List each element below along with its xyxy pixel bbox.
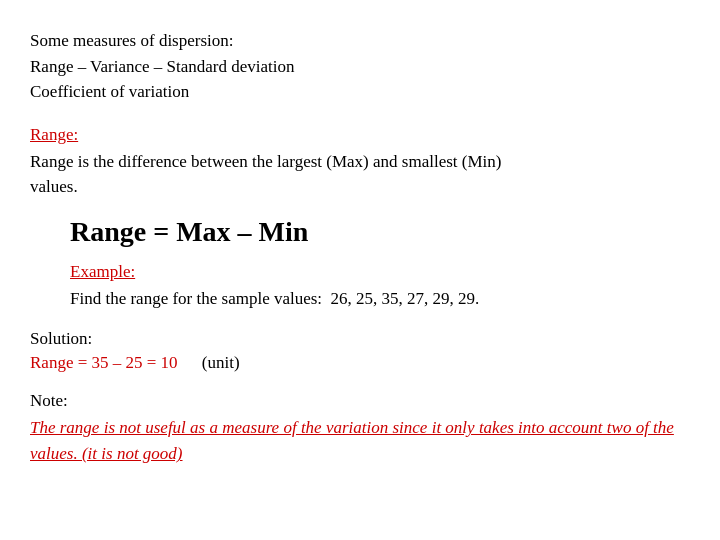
page: Some measures of dispersion: Range – Var… xyxy=(0,0,720,540)
range-desc-line2: values. xyxy=(30,177,78,196)
example-heading: Example: xyxy=(70,262,690,282)
range-section: Range: Range is the difference between t… xyxy=(30,125,690,468)
note-label: Note: xyxy=(30,391,690,411)
range-description: Range is the difference between the larg… xyxy=(30,149,690,200)
note-italic: The range is not useful as a measure of … xyxy=(30,415,690,468)
intro-block: Some measures of dispersion: Range – Var… xyxy=(30,28,690,105)
range-heading: Range: xyxy=(30,125,690,145)
range-formula: Range = Max – Min xyxy=(70,216,690,248)
solution-line: Solution: Range = 35 – 25 = 10 (unit) xyxy=(30,329,690,373)
intro-text: Some measures of dispersion: Range – Var… xyxy=(30,28,690,105)
intro-line2: Range – Variance – Standard deviation xyxy=(30,54,690,80)
solution-label: Solution: xyxy=(30,329,690,349)
intro-line3: Coefficient of variation xyxy=(30,79,690,105)
solution-unit: (unit) xyxy=(202,353,240,372)
solution-value-line: Range = 35 – 25 = 10 (unit) xyxy=(30,353,690,373)
solution-value: Range = 35 – 25 = 10 xyxy=(30,353,178,372)
intro-line1: Some measures of dispersion: xyxy=(30,28,690,54)
note-block: Note: The range is not useful as a measu… xyxy=(30,391,690,468)
range-desc-line1: Range is the difference between the larg… xyxy=(30,152,501,171)
example-text: Find the range for the sample values: 26… xyxy=(70,286,690,312)
